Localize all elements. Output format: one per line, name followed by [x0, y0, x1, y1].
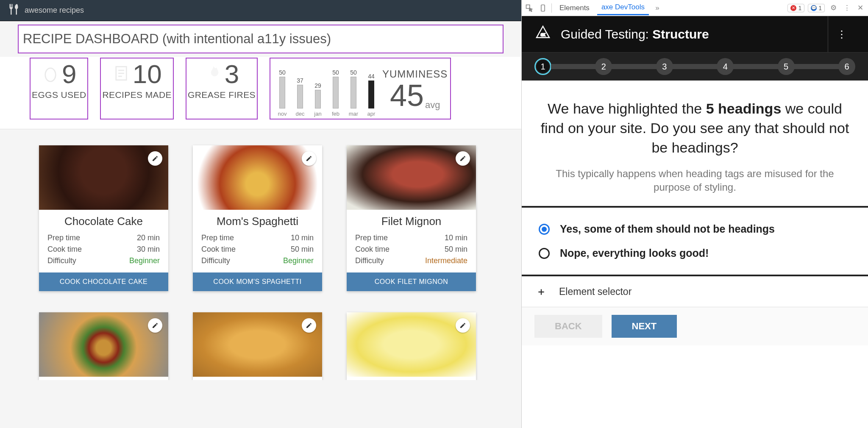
step-2[interactable]: 2 [595, 58, 612, 75]
bar-label: jan [314, 111, 321, 117]
bar [368, 81, 374, 108]
bar-label: dec [296, 111, 305, 117]
prep-label: Prep time [201, 233, 234, 242]
message-badge[interactable]: 💬1 [808, 4, 825, 12]
option-1[interactable]: Nope, everything looks good! [539, 241, 851, 265]
svg-text:ax: ax [541, 32, 545, 37]
radio-icon [539, 224, 550, 235]
svg-rect-6 [541, 5, 545, 11]
stat-recipes: 10 RECIPES MADE [100, 58, 174, 120]
page-title: RECIPE DASHBOARD (with intentional a11y … [18, 25, 504, 53]
bar-value: 44 [368, 73, 375, 80]
kebab-icon[interactable]: ⋮ [842, 3, 852, 13]
edit-button[interactable] [456, 318, 470, 333]
stat-value: 9 [62, 61, 76, 87]
panel-title: Guided Testing: Structure [561, 27, 709, 42]
chart-avg-label: avg [425, 100, 440, 111]
bar-value: 50 [350, 69, 357, 76]
recipe-card: Chocolate Cake Prep time20 min Cook time… [39, 145, 168, 291]
stat-value: 3 [225, 61, 239, 87]
step-1[interactable]: 1 [534, 58, 551, 75]
step-5[interactable]: 5 [778, 58, 795, 75]
next-button[interactable]: NEXT [612, 315, 677, 338]
tab-axe-devtools[interactable]: axe DevTools [597, 0, 649, 15]
more-tabs-icon[interactable]: » [652, 3, 662, 13]
brand[interactable]: awesome recipes [8, 3, 84, 18]
element-selector-toggle[interactable]: ＋ Element selector [522, 276, 868, 307]
recipe-grid: Chocolate Cake Prep time20 min Cook time… [0, 129, 521, 380]
step-4[interactable]: 4 [717, 58, 734, 75]
bar-nov: 50 nov [275, 69, 289, 117]
cook-value: 30 min [137, 245, 160, 254]
pencil-icon [152, 155, 159, 162]
edit-button[interactable] [302, 318, 316, 333]
flame-icon [204, 64, 222, 84]
bar-label: nov [278, 111, 287, 117]
bar-label: apr [367, 111, 376, 117]
bar [297, 85, 303, 108]
bar-value: 50 [279, 69, 286, 76]
edit-button[interactable] [148, 151, 162, 166]
step-6[interactable]: 6 [838, 58, 855, 75]
stat-value: 10 [133, 61, 162, 87]
bar-value: 37 [297, 77, 303, 84]
pencil-icon [459, 155, 466, 162]
gear-icon[interactable]: ⚙ [828, 3, 838, 13]
bar [333, 77, 339, 108]
bar-label: feb [332, 111, 339, 117]
edit-button[interactable] [148, 318, 162, 333]
difficulty-value: Intermediate [425, 256, 467, 265]
recipe-card: Mom's Spaghetti Prep time10 min Cook tim… [193, 145, 322, 291]
pencil-icon [459, 322, 466, 329]
bar-jan: 29 jan [311, 82, 325, 117]
recipe-name: Chocolate Cake [39, 210, 168, 232]
error-badge[interactable]: ✕1 [787, 4, 804, 12]
radio-icon [539, 248, 550, 259]
prep-value: 20 min [137, 233, 160, 242]
bar-value: 29 [314, 82, 321, 89]
cook-label: Cook time [201, 245, 236, 254]
app-panel: awesome recipes RECIPE DASHBOARD (with i… [0, 0, 521, 428]
cook-label: Cook time [47, 245, 82, 254]
cook-button[interactable]: COOK MOM'S SPAGHETTI [193, 272, 322, 291]
egg-icon [42, 64, 59, 84]
back-button[interactable]: BACK [534, 315, 602, 338]
utensils-icon [8, 3, 21, 18]
pencil-icon [306, 155, 312, 162]
bar-apr: 44 apr [364, 73, 378, 117]
recipe-card: Filet Mignon Prep time10 min Cook time50… [347, 145, 476, 291]
recipe-name: Mom's Spaghetti [193, 210, 322, 232]
cook-label: Cook time [355, 245, 389, 254]
brand-text: awesome recipes [25, 6, 84, 15]
panel-menu-icon[interactable]: ⋮ [828, 16, 855, 52]
stat-label: RECIPES MADE [102, 90, 172, 100]
bar [279, 77, 285, 108]
stat-label: GREASE FIRES [188, 90, 256, 100]
stat-eggs: 9 EGGS USED [30, 58, 88, 120]
cook-button[interactable]: COOK FILET MIGNON [347, 272, 476, 291]
recipe-name: Filet Mignon [347, 210, 476, 232]
option-label: Yes, some of them should not be headings [560, 223, 775, 235]
svg-point-0 [45, 68, 56, 82]
prep-label: Prep time [355, 233, 388, 242]
step-connector [673, 64, 717, 69]
edit-button[interactable] [456, 151, 470, 166]
pencil-icon [152, 322, 159, 329]
step-connector [794, 64, 839, 69]
bar [351, 77, 356, 108]
option-0[interactable]: Yes, some of them should not be headings [539, 217, 851, 241]
close-icon[interactable]: ✕ [855, 3, 865, 13]
step-connector [733, 64, 778, 69]
bar-value: 50 [332, 69, 339, 76]
difficulty-label: Difficulty [47, 256, 76, 265]
stepper: 123456 [522, 53, 868, 81]
yumminess-chart: 50 nov 37 dec 29 jan 50 feb 50 mar 44 ap… [270, 58, 451, 120]
tab-elements[interactable]: Elements [555, 1, 594, 15]
edit-button[interactable] [302, 151, 316, 166]
device-icon[interactable] [538, 3, 548, 13]
inspect-icon[interactable] [524, 3, 534, 13]
cook-button[interactable]: COOK CHOCOLATE CAKE [39, 272, 168, 291]
step-3[interactable]: 3 [656, 58, 673, 75]
bar [315, 90, 321, 108]
bar-feb: 50 feb [329, 69, 342, 117]
